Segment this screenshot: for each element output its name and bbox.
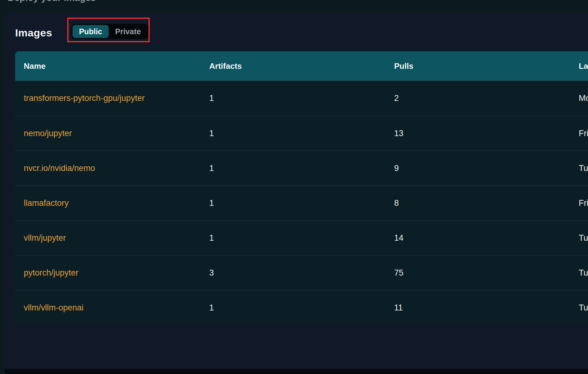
last-cell: Tu bbox=[579, 233, 588, 243]
cropped-page-heading: Deploy your Images bbox=[8, 0, 96, 3]
table-header-row: Name Artifacts Pulls Las bbox=[15, 51, 588, 81]
last-cell: Tu bbox=[579, 303, 588, 313]
table-row: vllm/vllm-openai 1 11 Tu bbox=[15, 290, 588, 325]
last-cell: Tu bbox=[579, 164, 588, 173]
pulls-cell: 11 bbox=[394, 303, 579, 313]
column-header-artifacts: Artifacts bbox=[209, 61, 394, 71]
column-header-pulls: Pulls bbox=[394, 61, 579, 71]
artifacts-cell: 1 bbox=[209, 303, 394, 313]
table-row: llamafactory 1 8 Fri bbox=[15, 185, 588, 220]
last-cell: Fri bbox=[579, 129, 588, 138]
table-body: transformers-pytorch-gpu/jupyter 1 2 Mo … bbox=[15, 81, 588, 325]
artifacts-cell: 3 bbox=[209, 268, 394, 278]
image-name-link[interactable]: nemo/jupyter bbox=[24, 129, 209, 138]
artifacts-cell: 1 bbox=[209, 233, 394, 243]
pulls-cell: 9 bbox=[394, 164, 579, 173]
image-name-link[interactable]: llamafactory bbox=[24, 198, 209, 208]
last-cell: Mo bbox=[579, 94, 588, 103]
bottom-strip bbox=[5, 369, 588, 374]
pulls-cell: 2 bbox=[394, 94, 579, 103]
artifacts-cell: 1 bbox=[209, 198, 394, 208]
pulls-cell: 75 bbox=[394, 268, 579, 278]
visibility-toggle[interactable]: Public Private bbox=[71, 24, 148, 39]
pulls-cell: 14 bbox=[394, 233, 579, 243]
page-title: Images bbox=[15, 27, 52, 39]
image-name-link[interactable]: pytorch/jupyter bbox=[24, 268, 209, 278]
table-row: vllm/jupyter 1 14 Tu bbox=[15, 220, 588, 255]
artifacts-cell: 1 bbox=[209, 129, 394, 138]
image-name-link[interactable]: nvcr.io/nvidia/nemo bbox=[24, 164, 209, 173]
table-row: nemo/jupyter 1 13 Fri bbox=[15, 116, 588, 151]
private-toggle-button[interactable]: Private bbox=[109, 25, 147, 38]
images-panel: Images Public Private Name Artifacts Pul… bbox=[5, 13, 588, 369]
column-header-name: Name bbox=[24, 61, 209, 71]
last-cell: Tu bbox=[579, 268, 588, 278]
artifacts-cell: 1 bbox=[209, 164, 394, 173]
image-name-link[interactable]: vllm/jupyter bbox=[24, 233, 209, 243]
table-row: transformers-pytorch-gpu/jupyter 1 2 Mo bbox=[15, 81, 588, 116]
image-name-link[interactable]: transformers-pytorch-gpu/jupyter bbox=[24, 94, 209, 103]
image-name-link[interactable]: vllm/vllm-openai bbox=[24, 303, 209, 313]
artifacts-cell: 1 bbox=[209, 94, 394, 103]
pulls-cell: 8 bbox=[394, 198, 579, 208]
images-table: Name Artifacts Pulls Las transformers-py… bbox=[15, 51, 588, 325]
table-row: pytorch/jupyter 3 75 Tu bbox=[15, 255, 588, 290]
table-row: nvcr.io/nvidia/nemo 1 9 Tu bbox=[15, 151, 588, 185]
column-header-last: Las bbox=[579, 61, 588, 71]
public-toggle-button[interactable]: Public bbox=[73, 25, 109, 38]
pulls-cell: 13 bbox=[394, 129, 579, 138]
last-cell: Fri bbox=[579, 198, 588, 208]
